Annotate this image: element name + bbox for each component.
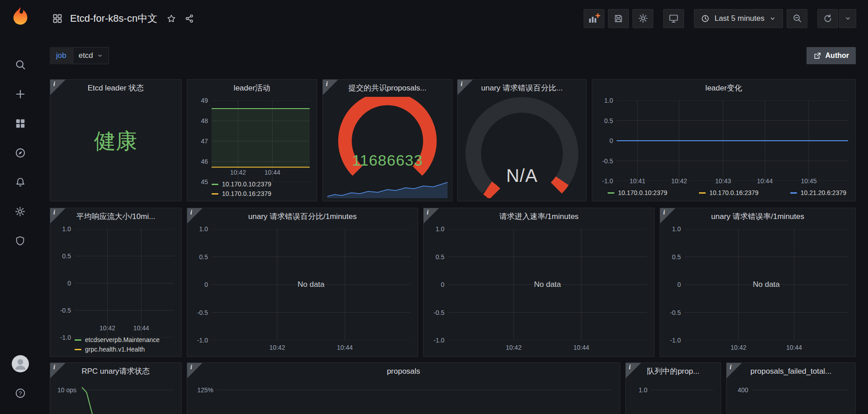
add-panel-button[interactable] bbox=[584, 9, 604, 28]
y-axis-tick: 1.0 bbox=[596, 96, 613, 105]
y-axis-tick: -1.0 bbox=[191, 336, 208, 344]
timeseries-chart[interactable]: 494847464510:4210:44 bbox=[191, 97, 313, 179]
zoom-out-icon bbox=[792, 13, 802, 24]
share-icon[interactable] bbox=[184, 14, 194, 24]
x-axis-tick: 10:41 bbox=[622, 177, 653, 185]
panel-info-icon[interactable]: i bbox=[626, 363, 641, 378]
variable-job-value-dropdown[interactable]: etcd bbox=[73, 47, 109, 64]
legend-item[interactable]: 10.170.0.10:2379 bbox=[608, 189, 667, 196]
panel-info-icon[interactable]: i bbox=[50, 80, 66, 95]
panel-info-icon[interactable]: i bbox=[323, 80, 338, 95]
author-link-button[interactable]: Author bbox=[807, 47, 856, 64]
sidebar: ? bbox=[0, 0, 40, 414]
legend-item[interactable]: 10.170.0.16:2379 bbox=[699, 189, 759, 196]
time-range-picker[interactable]: Last 5 minutes bbox=[694, 9, 783, 28]
panel-info-icon[interactable]: i bbox=[187, 363, 203, 378]
legend-series-name: 10.170.0.16:2379 bbox=[222, 190, 271, 197]
legend-item[interactable]: 10.21.20.6:2379 bbox=[790, 189, 846, 196]
timeseries-chart[interactable]: 1.00.50-0.5-1.010:4210:44 bbox=[54, 225, 178, 334]
timeseries-chart[interactable]: 1.00.50-0.5-1.010:4110:4210:4310:4410:45 bbox=[596, 97, 852, 187]
x-axis-tick: 10:42 bbox=[261, 344, 293, 351]
y-axis-tick: -0.5 bbox=[596, 157, 613, 165]
y-axis-tick: 0 bbox=[427, 281, 444, 289]
panel-rpc-unary-status: i RPC unary请求状态 10 ops bbox=[50, 362, 182, 414]
variable-job-label[interactable]: job bbox=[50, 47, 73, 64]
sidebar-bottom: ? bbox=[0, 349, 40, 414]
variable-job-value: etcd bbox=[79, 51, 93, 60]
sidebar-item-profile[interactable] bbox=[0, 349, 40, 378]
settings-icon bbox=[638, 13, 648, 24]
sidebar-item-alerting[interactable] bbox=[0, 167, 40, 197]
timeseries-chart[interactable]: 125% bbox=[191, 380, 616, 414]
y-axis-tick: -1.0 bbox=[54, 333, 71, 342]
y-axis-tick: 49 bbox=[191, 96, 208, 105]
panel-title[interactable]: 请求进入速率/1minutes bbox=[424, 208, 654, 225]
legend-series-name: 10.170.0.10:2379 bbox=[618, 189, 667, 196]
panel-title[interactable]: leader活动 bbox=[187, 80, 317, 97]
compass-icon bbox=[14, 147, 26, 159]
timeseries-chart[interactable]: 400 bbox=[730, 380, 852, 414]
y-axis-tick: -0.5 bbox=[664, 309, 681, 317]
panel-title[interactable]: unary 请求错误百分比/1minutes bbox=[187, 208, 418, 225]
panel-title[interactable]: 平均响应流大小/10mi... bbox=[50, 208, 181, 225]
x-axis-tick: 10:43 bbox=[708, 177, 739, 185]
x-axis-tick: 10:42 bbox=[498, 344, 529, 351]
save-dashboard-button[interactable] bbox=[608, 9, 629, 28]
legend-series-color bbox=[608, 192, 614, 194]
cycle-view-button[interactable] bbox=[663, 9, 684, 28]
panel-title[interactable]: unary 请求错误百分比... bbox=[458, 80, 586, 97]
legend-series-color bbox=[790, 192, 797, 194]
panel-info-icon[interactable]: i bbox=[660, 208, 675, 224]
panel-title[interactable]: RPC unary请求状态 bbox=[50, 363, 181, 380]
gauge-chart: N/A bbox=[461, 97, 583, 198]
panel-title[interactable]: proposals bbox=[187, 363, 620, 380]
y-axis-tick: 400 bbox=[730, 386, 748, 394]
y-axis-tick: 46 bbox=[191, 157, 208, 166]
refresh-button[interactable] bbox=[817, 9, 838, 28]
legend-item[interactable]: 10.170.0.16:2379 bbox=[212, 190, 313, 197]
panel-unary-error-percent-1m: i unary 请求错误百分比/1minutes 1.00.50-0.5-1.0… bbox=[187, 208, 418, 357]
panel-title[interactable]: leader变化 bbox=[592, 80, 855, 97]
panel-request-rate-1m: i 请求进入速率/1minutes 1.00.50-0.5-1.010:4210… bbox=[423, 208, 655, 357]
y-axis-tick: 1.0 bbox=[54, 225, 71, 233]
sidebar-item-dashboards[interactable] bbox=[0, 109, 40, 138]
sidebar-item-help[interactable]: ? bbox=[0, 378, 40, 408]
sidebar-item-server-admin[interactable] bbox=[0, 226, 40, 256]
star-icon[interactable] bbox=[166, 14, 176, 24]
panel-title[interactable]: unary 请求错误率/1minutes bbox=[660, 208, 855, 225]
timeseries-chart[interactable]: 1.00.50-0.5-1.010:4210:44No data bbox=[191, 225, 414, 354]
timeseries-chart[interactable]: 10 ops bbox=[54, 380, 178, 414]
sidebar-item-search[interactable] bbox=[0, 50, 40, 79]
panel-leader-activity: leader活动 494847464510:4210:44 10.170.0.1… bbox=[187, 79, 317, 201]
panel-queued-proposals: i 队列中的prop... 1.0 bbox=[625, 362, 721, 414]
timeseries-chart[interactable]: 1.00.50-0.5-1.010:4210:44No data bbox=[427, 225, 651, 354]
dashboard-settings-button[interactable] bbox=[632, 9, 653, 28]
panel-title[interactable]: proposals_failed_total... bbox=[726, 363, 855, 380]
no-data-label: No data bbox=[448, 229, 647, 340]
grafana-logo[interactable] bbox=[10, 5, 31, 26]
no-data-label: No data bbox=[212, 229, 410, 340]
panel-info-icon[interactable]: i bbox=[50, 208, 66, 224]
svg-text:?: ? bbox=[19, 390, 22, 396]
dashboard-icon bbox=[52, 13, 63, 24]
sidebar-item-explore[interactable] bbox=[0, 138, 40, 167]
panel-info-icon[interactable]: i bbox=[726, 363, 742, 378]
panel-leader-changes: leader变化 1.00.50-0.5-1.010:4110:4210:431… bbox=[592, 79, 856, 201]
x-axis-tick: 10:44 bbox=[566, 344, 597, 351]
panel-info-icon[interactable]: i bbox=[187, 208, 203, 224]
y-axis-tick: 1.0 bbox=[664, 225, 681, 233]
timeseries-chart[interactable]: 1.0 bbox=[629, 380, 717, 414]
zoom-out-time-button[interactable] bbox=[787, 9, 807, 28]
panel-unary-error-rate-1m: i unary 请求错误率/1minutes 1.00.50-0.5-1.010… bbox=[660, 208, 856, 357]
sidebar-item-create[interactable] bbox=[0, 79, 40, 109]
sidebar-item-configuration[interactable] bbox=[0, 197, 40, 226]
legend-item[interactable]: grpc.health.v1.Health bbox=[75, 346, 178, 353]
refresh-interval-dropdown[interactable] bbox=[839, 9, 856, 28]
timeseries-chart[interactable]: 1.00.50-0.5-1.010:4210:44No data bbox=[664, 225, 852, 354]
panel-title[interactable]: 提交的共识proposals... bbox=[323, 80, 452, 97]
panel-title[interactable]: Etcd leader 状态 bbox=[50, 80, 181, 97]
panel-info-icon[interactable]: i bbox=[424, 208, 439, 224]
panel-info-icon[interactable]: i bbox=[458, 80, 473, 95]
panel-info-icon[interactable]: i bbox=[50, 363, 66, 378]
dashboard-title[interactable]: Etcd-for-k8s-cn中文 bbox=[70, 12, 157, 25]
